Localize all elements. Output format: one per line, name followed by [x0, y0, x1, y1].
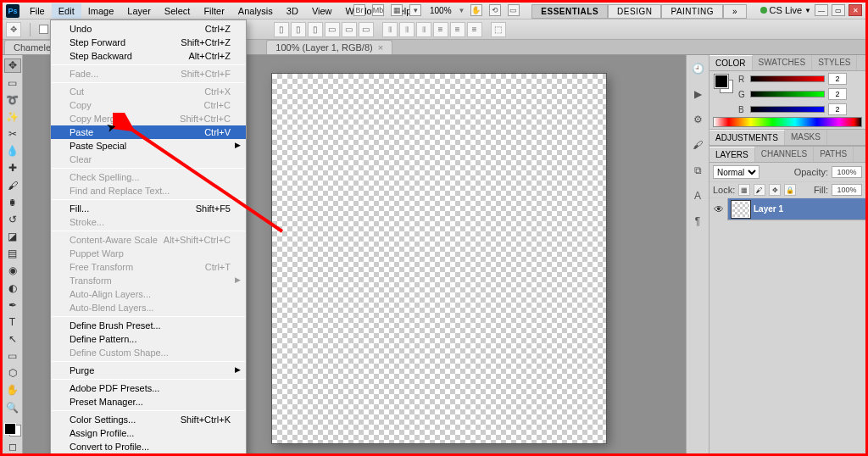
edit-menu-assign-profile[interactable]: Assign Profile...: [51, 426, 246, 440]
edit-menu-step-forward[interactable]: Step ForwardShift+Ctrl+Z: [51, 36, 246, 49]
close-tab-icon[interactable]: ×: [378, 42, 383, 53]
dodge-tool[interactable]: ◐: [4, 281, 21, 294]
edit-menu-adobe-pdf-presets[interactable]: Adobe PDF Presets...: [51, 381, 246, 395]
tab-color[interactable]: COLOR: [709, 55, 753, 70]
move-tool[interactable]: ✥: [4, 58, 21, 73]
bridge-icon[interactable]: Br: [353, 4, 365, 16]
color-swatch[interactable]: [4, 423, 21, 437]
lasso-tool[interactable]: ➰: [4, 93, 21, 107]
g-value[interactable]: 2: [828, 88, 847, 100]
workspace-more[interactable]: »: [723, 4, 747, 19]
lock-transparent-icon[interactable]: ▦: [738, 184, 750, 196]
spectrum-ramp[interactable]: [713, 117, 862, 127]
menu-3d[interactable]: 3D: [280, 3, 305, 19]
blur-tool[interactable]: ◉: [4, 264, 21, 277]
edit-menu-define-brush-preset[interactable]: Define Brush Preset...: [51, 319, 246, 332]
edit-menu-fill[interactable]: Fill...Shift+F5: [51, 202, 246, 215]
edit-menu-undo[interactable]: UndoCtrl+Z: [51, 22, 246, 36]
align-icon[interactable]: ▯: [308, 22, 323, 37]
tab-channels[interactable]: CHANNELS: [755, 147, 814, 162]
document-canvas[interactable]: [272, 74, 606, 443]
lock-all-icon[interactable]: 🔒: [784, 184, 796, 196]
r-slider[interactable]: [750, 75, 825, 82]
edit-menu-define-pattern[interactable]: Define Pattern...: [51, 332, 246, 346]
crop-tool[interactable]: ✂: [4, 127, 21, 141]
autoalign-icon[interactable]: ⬚: [491, 22, 506, 37]
b-value[interactable]: 2: [828, 103, 847, 115]
menu-view[interactable]: View: [305, 3, 339, 19]
distribute-icon[interactable]: ⫴: [416, 22, 431, 37]
history-panel-icon[interactable]: 🕘: [689, 60, 706, 77]
lock-position-icon[interactable]: ✥: [769, 184, 781, 196]
tab-paths[interactable]: PATHS: [814, 147, 854, 162]
edit-menu-color-settings[interactable]: Color Settings...Shift+Ctrl+K: [51, 413, 246, 426]
workspace-design[interactable]: DESIGN: [608, 4, 661, 19]
window-close-button[interactable]: ✕: [849, 4, 862, 16]
brush-tool[interactable]: 🖌: [4, 178, 21, 192]
zoom-level[interactable]: 100%: [426, 6, 455, 15]
tab-styles[interactable]: STYLES: [812, 55, 857, 70]
zoom-tool[interactable]: 🔍: [4, 401, 21, 414]
tab-layers[interactable]: LAYERS: [709, 147, 755, 162]
menu-file[interactable]: File: [23, 3, 52, 19]
path-tool[interactable]: ↖: [4, 332, 21, 346]
history-brush-tool[interactable]: ↺: [4, 213, 21, 226]
gradient-tool[interactable]: ▤: [4, 247, 21, 260]
distribute-icon[interactable]: ≡: [433, 22, 448, 37]
move-tool-preset-icon[interactable]: ✥: [6, 22, 21, 37]
clonesrc-panel-icon[interactable]: ⧉: [689, 162, 706, 179]
cs-live-button[interactable]: CS Live▼: [760, 5, 811, 15]
distribute-icon[interactable]: ≡: [467, 22, 482, 37]
properties-panel-icon[interactable]: ⚙: [689, 111, 706, 128]
menu-image[interactable]: Image: [81, 3, 121, 19]
viewextras-icon[interactable]: ▦: [391, 4, 403, 16]
edit-menu-preset-manager[interactable]: Preset Manager...: [51, 395, 246, 409]
edit-menu-paste[interactable]: PasteCtrl+V: [51, 125, 246, 139]
window-minimize-button[interactable]: —: [815, 4, 828, 16]
visibility-icon[interactable]: 👁: [709, 198, 728, 220]
hand-icon[interactable]: ✋: [470, 4, 482, 16]
quickmask-tool[interactable]: ◻: [4, 440, 21, 453]
tab-adjustments[interactable]: ADJUSTMENTS: [709, 130, 785, 145]
window-restore-button[interactable]: ▭: [832, 4, 845, 16]
eyedropper-tool[interactable]: 💧: [4, 144, 21, 158]
minibridge-icon[interactable]: Mb: [372, 4, 384, 16]
hand-tool[interactable]: ✋: [4, 383, 21, 397]
menu-edit[interactable]: Edit: [52, 3, 81, 19]
marquee-tool[interactable]: ▭: [4, 76, 21, 90]
fill-input[interactable]: 100%: [832, 184, 862, 196]
distribute-icon[interactable]: ≡: [450, 22, 465, 37]
layer-name[interactable]: Layer 1: [754, 204, 783, 214]
opacity-input[interactable]: 100%: [832, 166, 862, 178]
character-panel-icon[interactable]: A: [689, 187, 706, 204]
edit-menu-convert-to-profile[interactable]: Convert to Profile...: [51, 440, 246, 453]
lock-pixels-icon[interactable]: 🖌: [754, 184, 765, 196]
align-icon[interactable]: ▯: [291, 22, 306, 37]
document-tab-2[interactable]: 100% (Layer 1, RGB/8)×: [266, 40, 392, 54]
3d-tool[interactable]: ⬡: [4, 366, 21, 380]
screen-mode-icon[interactable]: ▭: [508, 4, 520, 16]
distribute-icon[interactable]: ⫴: [382, 22, 398, 37]
brush-panel-icon[interactable]: 🖌: [689, 136, 706, 153]
eraser-tool[interactable]: ◪: [4, 230, 21, 243]
wand-tool[interactable]: ✨: [4, 110, 21, 124]
tab-swatches[interactable]: SWATCHES: [753, 55, 813, 70]
g-slider[interactable]: [750, 91, 825, 97]
distribute-icon[interactable]: ⫴: [399, 22, 415, 37]
b-slider[interactable]: [750, 106, 825, 113]
rotate-icon[interactable]: ⟲: [489, 4, 501, 16]
align-icon[interactable]: ▭: [359, 22, 374, 37]
menu-select[interactable]: Select: [158, 3, 198, 19]
blend-mode-select[interactable]: Normal: [713, 165, 760, 179]
workspace-painting[interactable]: PAINTING: [661, 4, 722, 19]
healing-tool[interactable]: ✚: [4, 161, 21, 175]
pen-tool[interactable]: ✒: [4, 298, 21, 312]
paragraph-panel-icon[interactable]: ¶: [689, 213, 706, 230]
shape-tool[interactable]: ▭: [4, 349, 21, 363]
edit-menu-paste-special[interactable]: Paste Special▶: [51, 139, 246, 153]
layer-row[interactable]: 👁 Layer 1: [709, 198, 865, 220]
menu-layer[interactable]: Layer: [120, 3, 158, 19]
edit-menu-purge[interactable]: Purge▶: [51, 364, 246, 377]
menu-analysis[interactable]: Analysis: [231, 3, 280, 19]
stamp-tool[interactable]: ⧯: [4, 196, 21, 209]
